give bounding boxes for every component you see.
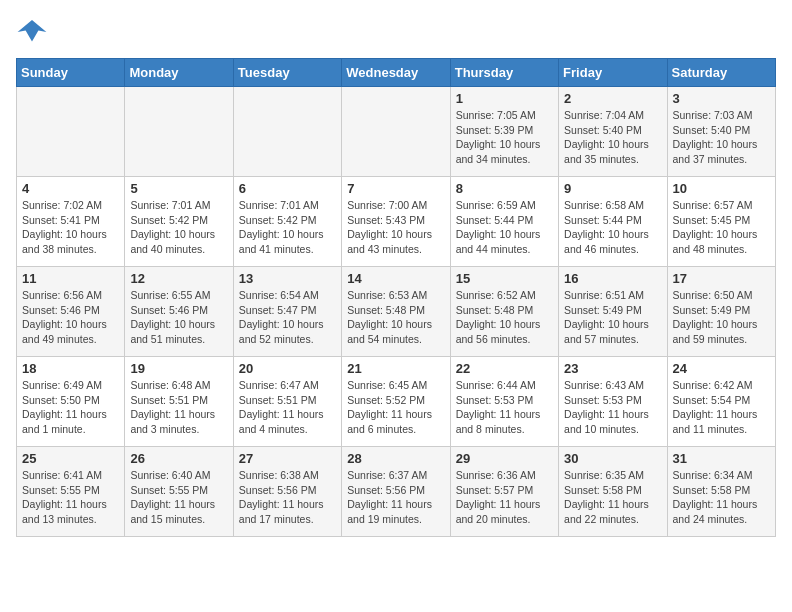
cell-content: Sunrise: 6:42 AMSunset: 5:54 PMDaylight:… [673, 378, 770, 437]
calendar-cell: 18Sunrise: 6:49 AMSunset: 5:50 PMDayligh… [17, 357, 125, 447]
day-number: 18 [22, 361, 119, 376]
cell-line: Sunset: 5:46 PM [22, 304, 100, 316]
cell-content: Sunrise: 6:57 AMSunset: 5:45 PMDaylight:… [673, 198, 770, 257]
cell-line: Daylight: 10 hours [673, 228, 758, 240]
cell-line: and 1 minute. [22, 423, 86, 435]
day-number: 25 [22, 451, 119, 466]
cell-line: Sunrise: 6:49 AM [22, 379, 102, 391]
cell-line: Sunset: 5:57 PM [456, 484, 534, 496]
cell-line: Sunrise: 6:45 AM [347, 379, 427, 391]
cell-line: Daylight: 10 hours [22, 228, 107, 240]
cell-line: and 54 minutes. [347, 333, 422, 345]
cell-line: Sunset: 5:44 PM [564, 214, 642, 226]
cell-line: and 59 minutes. [673, 333, 748, 345]
day-number: 17 [673, 271, 770, 286]
cell-content: Sunrise: 6:43 AMSunset: 5:53 PMDaylight:… [564, 378, 661, 437]
day-number: 6 [239, 181, 336, 196]
cell-content: Sunrise: 6:41 AMSunset: 5:55 PMDaylight:… [22, 468, 119, 527]
cell-line: Sunrise: 6:40 AM [130, 469, 210, 481]
cell-line: and 3 minutes. [130, 423, 199, 435]
cell-line: and 38 minutes. [22, 243, 97, 255]
cell-line: Sunrise: 6:52 AM [456, 289, 536, 301]
day-number: 11 [22, 271, 119, 286]
cell-line: and 56 minutes. [456, 333, 531, 345]
cell-line: Sunrise: 7:00 AM [347, 199, 427, 211]
calendar-cell: 2Sunrise: 7:04 AMSunset: 5:40 PMDaylight… [559, 87, 667, 177]
calendar-week-1: 1Sunrise: 7:05 AMSunset: 5:39 PMDaylight… [17, 87, 776, 177]
cell-line: Sunset: 5:54 PM [673, 394, 751, 406]
cell-line: and 49 minutes. [22, 333, 97, 345]
cell-line: Sunrise: 7:02 AM [22, 199, 102, 211]
cell-content: Sunrise: 7:03 AMSunset: 5:40 PMDaylight:… [673, 108, 770, 167]
cell-line: Sunset: 5:40 PM [673, 124, 751, 136]
cell-line: Daylight: 11 hours [22, 408, 107, 420]
cell-line: Sunset: 5:47 PM [239, 304, 317, 316]
cell-content: Sunrise: 6:36 AMSunset: 5:57 PMDaylight:… [456, 468, 553, 527]
cell-line: Daylight: 11 hours [239, 498, 324, 510]
cell-line: and 41 minutes. [239, 243, 314, 255]
cell-line: Sunrise: 6:38 AM [239, 469, 319, 481]
header-monday: Monday [125, 59, 233, 87]
page-header [16, 16, 776, 48]
cell-line: Daylight: 10 hours [456, 228, 541, 240]
calendar-cell: 1Sunrise: 7:05 AMSunset: 5:39 PMDaylight… [450, 87, 558, 177]
day-number: 8 [456, 181, 553, 196]
calendar-cell: 29Sunrise: 6:36 AMSunset: 5:57 PMDayligh… [450, 447, 558, 537]
cell-content: Sunrise: 6:53 AMSunset: 5:48 PMDaylight:… [347, 288, 444, 347]
calendar-cell [17, 87, 125, 177]
cell-line: and 52 minutes. [239, 333, 314, 345]
header-sunday: Sunday [17, 59, 125, 87]
cell-line: Sunset: 5:53 PM [456, 394, 534, 406]
cell-line: Daylight: 11 hours [130, 498, 215, 510]
cell-line: and 46 minutes. [564, 243, 639, 255]
cell-line: Sunrise: 6:41 AM [22, 469, 102, 481]
day-number: 28 [347, 451, 444, 466]
day-number: 31 [673, 451, 770, 466]
calendar-cell [233, 87, 341, 177]
cell-line: and 17 minutes. [239, 513, 314, 525]
cell-line: Sunset: 5:51 PM [239, 394, 317, 406]
cell-line: Daylight: 11 hours [130, 408, 215, 420]
cell-content: Sunrise: 7:02 AMSunset: 5:41 PMDaylight:… [22, 198, 119, 257]
cell-line: Sunrise: 6:44 AM [456, 379, 536, 391]
calendar-cell: 6Sunrise: 7:01 AMSunset: 5:42 PMDaylight… [233, 177, 341, 267]
cell-line: Daylight: 10 hours [456, 138, 541, 150]
day-number: 29 [456, 451, 553, 466]
day-number: 26 [130, 451, 227, 466]
cell-line: Sunrise: 6:36 AM [456, 469, 536, 481]
calendar-cell: 21Sunrise: 6:45 AMSunset: 5:52 PMDayligh… [342, 357, 450, 447]
cell-content: Sunrise: 6:58 AMSunset: 5:44 PMDaylight:… [564, 198, 661, 257]
calendar-table: SundayMondayTuesdayWednesdayThursdayFrid… [16, 58, 776, 537]
header-friday: Friday [559, 59, 667, 87]
cell-line: and 19 minutes. [347, 513, 422, 525]
cell-line: Sunrise: 6:48 AM [130, 379, 210, 391]
day-number: 14 [347, 271, 444, 286]
cell-line: Daylight: 11 hours [564, 498, 649, 510]
cell-line: Daylight: 10 hours [347, 228, 432, 240]
cell-line: Sunrise: 6:34 AM [673, 469, 753, 481]
cell-content: Sunrise: 7:04 AMSunset: 5:40 PMDaylight:… [564, 108, 661, 167]
day-number: 2 [564, 91, 661, 106]
cell-line: Sunset: 5:53 PM [564, 394, 642, 406]
day-number: 7 [347, 181, 444, 196]
cell-line: and 8 minutes. [456, 423, 525, 435]
cell-line: and 13 minutes. [22, 513, 97, 525]
cell-line: and 37 minutes. [673, 153, 748, 165]
day-number: 16 [564, 271, 661, 286]
cell-line: Sunset: 5:51 PM [130, 394, 208, 406]
logo-icon [16, 16, 48, 48]
cell-line: Sunrise: 6:53 AM [347, 289, 427, 301]
cell-line: Sunset: 5:50 PM [22, 394, 100, 406]
cell-line: Sunset: 5:42 PM [130, 214, 208, 226]
day-number: 10 [673, 181, 770, 196]
cell-line: Sunrise: 6:51 AM [564, 289, 644, 301]
day-number: 15 [456, 271, 553, 286]
calendar-cell: 20Sunrise: 6:47 AMSunset: 5:51 PMDayligh… [233, 357, 341, 447]
cell-line: Daylight: 10 hours [673, 138, 758, 150]
cell-line: Sunrise: 6:47 AM [239, 379, 319, 391]
cell-line: and 22 minutes. [564, 513, 639, 525]
cell-line: Daylight: 11 hours [22, 498, 107, 510]
cell-content: Sunrise: 6:34 AMSunset: 5:58 PMDaylight:… [673, 468, 770, 527]
cell-content: Sunrise: 6:45 AMSunset: 5:52 PMDaylight:… [347, 378, 444, 437]
svg-marker-0 [18, 20, 47, 42]
